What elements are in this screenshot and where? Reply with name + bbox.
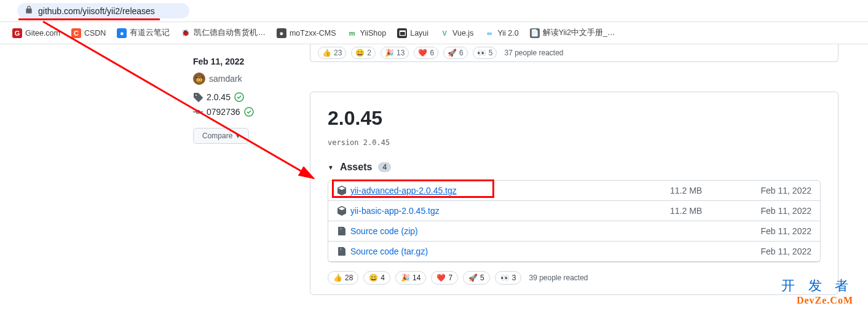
- release-author[interactable]: 🤠 samdark: [193, 73, 310, 85]
- release-panel: 2.0.45 version 2.0.45 ▼ Assets 4 yii-adv…: [310, 92, 838, 295]
- asset-date: Feb 11, 2022: [744, 226, 811, 236]
- reaction-pill[interactable]: 👍23: [318, 47, 346, 59]
- asset-row: Source code (tar.gz) Feb 11, 2022: [328, 242, 820, 262]
- release-tag[interactable]: 2.0.45: [193, 92, 310, 102]
- commit-icon: [193, 107, 203, 117]
- bookmark-icon: ●: [117, 28, 127, 38]
- bookmark-icon: 🐞: [181, 28, 191, 38]
- bookmark-item[interactable]: VVue.js: [440, 28, 473, 38]
- chevron-down-icon: ▾: [236, 132, 240, 140]
- release-date: Feb 11, 2022: [193, 57, 310, 66]
- bookmark-item[interactable]: GGitee.com: [12, 28, 60, 38]
- package-icon: [337, 186, 347, 195]
- bookmark-item[interactable]: ●有道云笔记: [117, 28, 170, 38]
- asset-size: 11.2 MB: [670, 206, 744, 216]
- asset-row: Source code (zip) Feb 11, 2022: [328, 221, 820, 242]
- bookmarks-bar: GGitee.com CCSDN ●有道云笔记 🐞凯仁德自动售货机… ●moTz…: [0, 22, 868, 44]
- reacted-count-text: 37 people reacted: [504, 49, 563, 57]
- reactions-bar-bottom: 👍28 😄4 🎉14 ❤️7 🚀5 👀3 39 people reacted: [328, 271, 821, 285]
- avatar: 🤠: [193, 73, 205, 85]
- asset-link[interactable]: yii-basic-app-2.0.45.tgz: [350, 206, 440, 216]
- release-commit[interactable]: 0792736: [193, 107, 310, 117]
- reaction-pill[interactable]: 🚀5: [463, 271, 490, 285]
- bookmark-icon: ∞: [484, 28, 494, 38]
- compare-button[interactable]: Compare▾: [193, 128, 249, 144]
- file-zip-icon: [337, 226, 347, 236]
- asset-link[interactable]: Source code (zip): [350, 226, 418, 236]
- lock-icon: [25, 6, 33, 16]
- reaction-pill[interactable]: 👍28: [328, 271, 358, 285]
- asset-date: Feb 11, 2022: [744, 246, 811, 256]
- reaction-pill[interactable]: 🎉13: [381, 47, 409, 59]
- assets-count-badge: 4: [378, 162, 391, 172]
- annotation-underline: [18, 18, 160, 20]
- reaction-pill[interactable]: ❤️7: [431, 271, 458, 285]
- bookmark-icon: V: [440, 28, 449, 38]
- assets-list: yii-advanced-app-2.0.45.tgz 11.2 MB Feb …: [328, 180, 821, 262]
- asset-row: yii-basic-app-2.0.45.tgz 11.2 MB Feb 11,…: [328, 201, 820, 221]
- bookmark-item[interactable]: 🗔Layui: [397, 28, 428, 38]
- assets-label: Assets: [340, 162, 372, 173]
- url-text: github.com/yiisoft/yii2/releases: [38, 6, 155, 16]
- reactions-bar-top: 👍23 😄2 🎉13 ❤️6 🚀6 👀5 37 people reacted: [310, 44, 838, 62]
- verified-icon: [234, 92, 244, 102]
- bookmark-item[interactable]: ●moTzxx-CMS: [277, 28, 336, 38]
- svg-point-1: [197, 111, 200, 114]
- asset-date: Feb 11, 2022: [744, 186, 811, 195]
- watermark: 开 发 者 DevZe.CoM: [781, 277, 853, 306]
- bookmark-icon: 🗔: [397, 28, 407, 38]
- asset-link[interactable]: yii-advanced-app-2.0.45.tgz: [350, 186, 457, 195]
- bookmark-item[interactable]: ∞Yii 2.0: [484, 28, 518, 38]
- reaction-pill[interactable]: 👀5: [473, 47, 497, 59]
- bookmark-item[interactable]: 🐞凯仁德自动售货机…: [181, 28, 266, 38]
- asset-link[interactable]: Source code (tar.gz): [350, 246, 428, 256]
- bookmark-item[interactable]: CCSDN: [71, 28, 106, 38]
- reaction-pill[interactable]: 😄4: [363, 271, 390, 285]
- verified-icon: [244, 107, 254, 117]
- bookmark-icon: m: [347, 28, 357, 38]
- release-title: 2.0.45: [328, 107, 821, 130]
- reacted-count-text: 39 people reacted: [529, 274, 588, 282]
- reaction-pill[interactable]: 👀3: [495, 271, 522, 285]
- asset-size: 11.2 MB: [670, 186, 744, 195]
- bookmark-item[interactable]: mYiiShop: [347, 28, 387, 38]
- reaction-pill[interactable]: ❤️6: [414, 47, 438, 59]
- file-zip-icon: [337, 246, 347, 256]
- bookmark-icon: 📄: [530, 28, 540, 38]
- bookmark-icon: ●: [277, 28, 286, 38]
- release-version-line: version 2.0.45: [328, 138, 821, 147]
- bookmark-item[interactable]: 📄解读Yii2中文手册_…: [530, 28, 615, 38]
- package-icon: [337, 206, 347, 216]
- asset-date: Feb 11, 2022: [744, 206, 811, 216]
- asset-row: yii-advanced-app-2.0.45.tgz 11.2 MB Feb …: [328, 181, 820, 201]
- triangle-down-icon: ▼: [328, 164, 334, 171]
- reaction-pill[interactable]: 🎉14: [395, 271, 426, 285]
- bookmark-icon: C: [71, 28, 81, 38]
- tag-icon: [193, 92, 203, 102]
- release-meta-sidebar: Feb 11, 2022 🤠 samdark 2.0.45 0792736 Co…: [15, 44, 310, 295]
- bookmark-icon: G: [12, 28, 22, 38]
- assets-toggle[interactable]: ▼ Assets 4: [328, 162, 821, 173]
- reaction-pill[interactable]: 😄2: [351, 47, 376, 59]
- reaction-pill[interactable]: 🚀6: [443, 47, 468, 59]
